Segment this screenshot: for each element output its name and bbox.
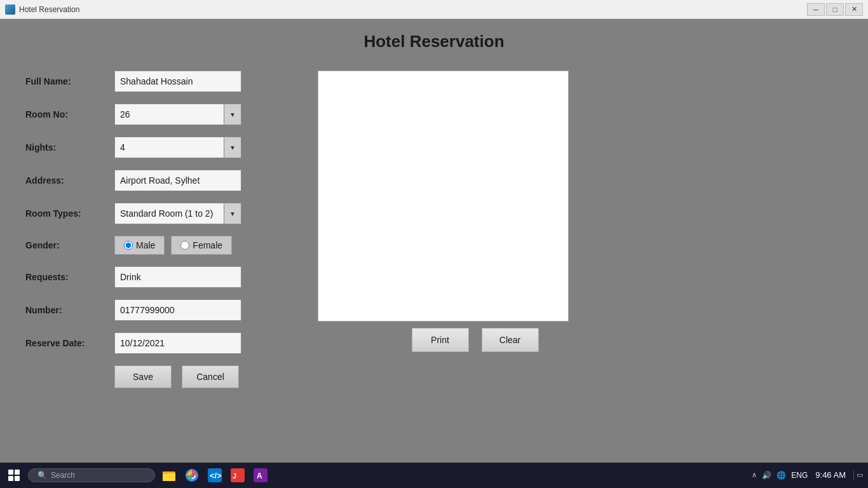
java-icon: J (231, 468, 245, 482)
system-tray: ∧ 🔊 🌐 ENG (752, 471, 808, 480)
roomno-select-wrapper: 26 21 22 23 ▼ (114, 104, 241, 125)
svg-text:J: J (233, 472, 236, 480)
roomtypes-select[interactable]: Standard Room (1 to 2) Deluxe Room Suite (114, 203, 241, 224)
nights-select[interactable]: 4 1 2 3 5 (114, 137, 241, 158)
fullname-label: Full Name: (25, 76, 114, 86)
taskbar-file-explorer[interactable] (160, 466, 178, 484)
taskbar: 🔍 Search </> (0, 463, 868, 488)
number-row: Number: (25, 299, 292, 321)
gender-male-radio[interactable] (124, 241, 133, 250)
roomno-label: Room No: (25, 109, 114, 119)
requests-input[interactable] (114, 266, 241, 288)
cancel-button[interactable]: Cancel (182, 365, 239, 388)
gender-label: Gender: (25, 240, 114, 250)
time-block[interactable]: 9:46 AM (815, 470, 846, 481)
roomno-row: Room No: 26 21 22 23 ▼ (25, 104, 292, 125)
number-input[interactable] (114, 299, 241, 321)
right-section: Print Clear (318, 71, 569, 388)
gender-options: Male Female (114, 236, 232, 255)
app-icon (5, 4, 15, 15)
address-label: Address: (25, 175, 114, 186)
gender-female-label: Female (193, 240, 222, 250)
minimize-button[interactable]: ─ (807, 3, 825, 16)
gender-male-option[interactable]: Male (114, 236, 165, 255)
window-title: Hotel Reservation (19, 5, 79, 14)
taskbar-java[interactable]: J (229, 466, 247, 484)
taskbar-search[interactable]: 🔍 Search (28, 468, 155, 482)
save-button[interactable]: Save (114, 365, 172, 388)
gender-row: Gender: Male Female (25, 236, 292, 255)
svg-text:A: A (257, 471, 262, 480)
print-clear-row: Print Clear (412, 328, 539, 352)
reservedate-row: Reserve Date: (25, 332, 292, 354)
number-label: Number: (25, 305, 114, 315)
svg-text:</>: </> (210, 471, 222, 480)
chevron-up-icon[interactable]: ∧ (752, 471, 757, 479)
title-bar: Hotel Reservation ─ □ ✕ (0, 0, 868, 19)
form-left: Full Name: Room No: 26 21 22 23 ▼ (25, 71, 292, 388)
print-button[interactable]: Print (412, 328, 469, 352)
taskbar-chrome[interactable] (183, 466, 201, 484)
time-display: 9:46 AM (815, 470, 846, 481)
nights-row: Nights: 4 1 2 3 5 ▼ (25, 137, 292, 158)
chrome-icon (185, 468, 199, 482)
window-controls: ─ □ ✕ (807, 3, 863, 16)
file-explorer-icon (162, 468, 176, 482)
main-content: Hotel Reservation Full Name: Room No: 26… (0, 19, 868, 463)
other-app-icon: A (254, 468, 268, 482)
search-icon: 🔍 (37, 471, 47, 480)
close-button[interactable]: ✕ (845, 3, 863, 16)
clear-button[interactable]: Clear (482, 328, 539, 352)
reservedate-input[interactable] (114, 332, 241, 354)
windows-logo-icon (8, 470, 20, 481)
roomtypes-select-wrapper: Standard Room (1 to 2) Deluxe Room Suite… (114, 203, 241, 224)
reservedate-label: Reserve Date: (25, 338, 114, 348)
maximize-button[interactable]: □ (826, 3, 844, 16)
preview-area (318, 71, 569, 322)
gender-female-radio[interactable] (180, 241, 189, 250)
network-icon[interactable]: 🌐 (776, 471, 786, 480)
roomno-select[interactable]: 26 21 22 23 (114, 104, 241, 125)
show-desktop-button[interactable]: ▭ (853, 471, 863, 479)
windows-start-button[interactable] (5, 466, 23, 484)
bottom-buttons: Save Cancel (114, 365, 292, 388)
svg-rect-1 (163, 473, 175, 481)
nights-label: Nights: (25, 142, 114, 152)
gender-male-label: Male (136, 240, 155, 250)
taskbar-left: 🔍 Search </> (5, 466, 269, 484)
taskbar-right: ∧ 🔊 🌐 ENG 9:46 AM ▭ (752, 470, 863, 481)
title-bar-left: Hotel Reservation (5, 4, 79, 15)
roomtypes-row: Room Types: Standard Room (1 to 2) Delux… (25, 203, 292, 224)
roomtypes-label: Room Types: (25, 208, 114, 219)
fullname-row: Full Name: (25, 71, 292, 92)
address-row: Address: (25, 170, 292, 191)
vscode-icon: </> (208, 468, 222, 482)
requests-label: Requests: (25, 272, 114, 282)
requests-row: Requests: (25, 266, 292, 288)
form-area: Full Name: Room No: 26 21 22 23 ▼ (25, 71, 843, 388)
svg-rect-2 (163, 471, 168, 474)
fullname-input[interactable] (114, 71, 241, 92)
nights-select-wrapper: 4 1 2 3 5 ▼ (114, 137, 241, 158)
taskbar-other-app[interactable]: A (252, 466, 269, 484)
gender-female-option[interactable]: Female (171, 236, 232, 255)
taskbar-search-label: Search (51, 471, 75, 480)
taskbar-vscode[interactable]: </> (206, 466, 224, 484)
page-title: Hotel Reservation (25, 32, 843, 51)
language-label: ENG (791, 471, 808, 480)
speaker-icon[interactable]: 🔊 (762, 471, 771, 480)
address-input[interactable] (114, 170, 241, 191)
